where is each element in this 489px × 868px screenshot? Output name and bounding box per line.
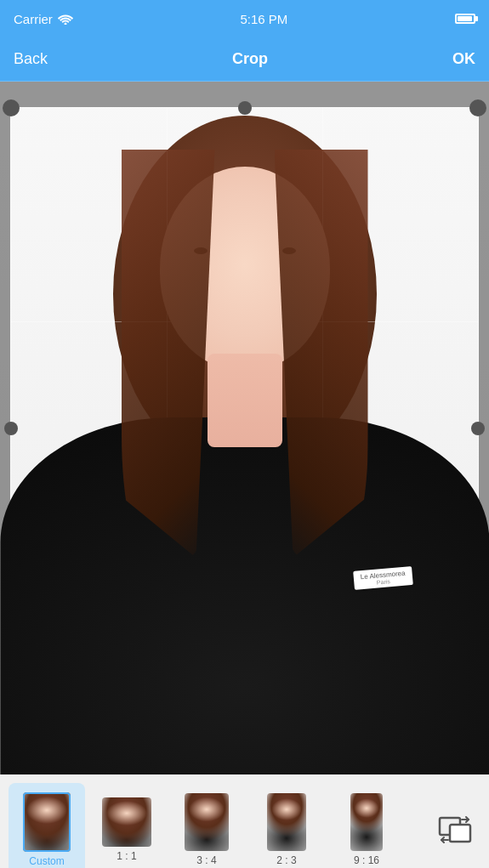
- handle-mid-left[interactable]: [4, 422, 18, 435]
- ratio-label-3-4: 3 : 4: [196, 854, 216, 866]
- ratio-item-1-1[interactable]: 1 : 1: [88, 783, 165, 868]
- handle-mid-top[interactable]: [238, 101, 252, 115]
- ok-button[interactable]: OK: [452, 50, 475, 68]
- ratio-label-2-3: 2 : 3: [276, 854, 296, 866]
- battery-icon: [455, 14, 475, 24]
- carrier-label: Carrier: [14, 12, 53, 26]
- status-time: 5:16 PM: [240, 12, 287, 26]
- status-bar: Carrier 5:16 PM: [0, 0, 489, 37]
- nav-bar: Back Crop OK: [0, 37, 489, 82]
- handle-top-right[interactable]: [469, 99, 486, 116]
- ratio-label-1-1: 1 : 1: [117, 850, 136, 862]
- handle-top-left[interactable]: [3, 99, 20, 116]
- ratio-label-custom: Custom: [29, 855, 64, 867]
- ratio-thumb-2-3: [267, 793, 306, 851]
- ratio-item-9-16[interactable]: 9 : 16: [328, 783, 405, 868]
- wifi-icon: [58, 14, 73, 25]
- svg-rect-1: [450, 825, 470, 842]
- ratio-item-3-4[interactable]: 3 : 4: [168, 783, 245, 868]
- aspect-ratio-icon: [438, 813, 472, 847]
- status-left: Carrier: [14, 12, 73, 26]
- back-button[interactable]: Back: [14, 50, 48, 68]
- nav-title: Crop: [232, 50, 268, 68]
- handle-mid-right[interactable]: [471, 422, 485, 435]
- ratio-item-2-3[interactable]: 2 : 3: [248, 783, 325, 868]
- ratio-thumb-1-1: [102, 797, 151, 847]
- ratio-label-9-16: 9 : 16: [354, 854, 379, 866]
- status-right: [455, 14, 475, 24]
- crop-area: Le AlessmoreaParis: [0, 82, 489, 774]
- ratio-thumb-9-16: [350, 793, 383, 851]
- bottom-toolbar: Custom 1 : 1 3 : 4 2 : 3 9 : 16: [0, 774, 489, 868]
- ratio-item-custom[interactable]: Custom: [9, 783, 85, 868]
- ratio-thumb-custom: [23, 792, 71, 852]
- aspect-ratio-icon-button[interactable]: [429, 783, 480, 868]
- ratio-thumb-3-4: [185, 793, 229, 851]
